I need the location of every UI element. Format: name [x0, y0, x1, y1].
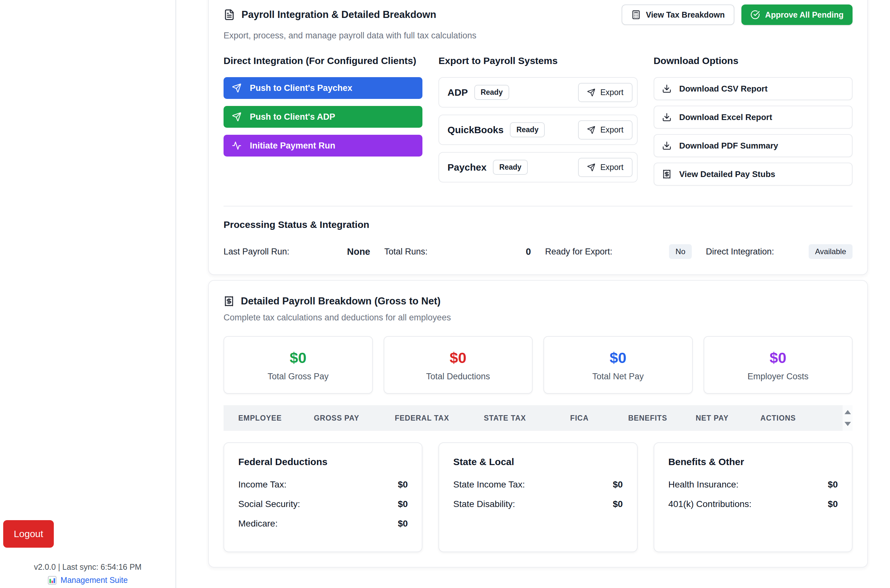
- state-local-card: State & Local State Income Tax: $0 State…: [439, 442, 637, 552]
- employee-table-header: EMPLOYEE GROSS PAY FEDERAL TAX STATE TAX…: [224, 405, 852, 431]
- send-icon: [587, 163, 595, 172]
- logout-button[interactable]: Logout: [3, 520, 54, 548]
- deduction-row: Social Security: $0: [238, 499, 408, 509]
- export-adp-button[interactable]: Export: [578, 83, 632, 102]
- summary-label: Total Net Pay: [544, 372, 692, 381]
- system-name: ADP: [447, 87, 468, 98]
- send-icon: [232, 83, 242, 93]
- breakdown-subtitle: Complete tax calculations and deductions…: [224, 313, 852, 322]
- export-row-paychex: Paychex Ready Export: [439, 152, 637, 183]
- download-csv-button[interactable]: Download CSV Report: [654, 77, 852, 100]
- stat-total-runs: Total Runs: 0: [384, 246, 531, 257]
- approve-all-pending-button[interactable]: Approve All Pending: [741, 4, 852, 25]
- system-name: QuickBooks: [447, 124, 504, 135]
- column-header-fica: FICA: [570, 414, 628, 423]
- column-header-actions: ACTIONS: [760, 414, 828, 423]
- send-icon: [587, 88, 595, 97]
- deduction-row: Medicare: $0: [238, 519, 408, 529]
- column-header-gross-pay: GROSS PAY: [314, 414, 395, 423]
- download-options-column: Download Options Download CSV Report: [654, 56, 852, 191]
- card-title: State & Local: [453, 456, 622, 467]
- direct-integration-heading: Direct Integration (For Configured Clien…: [224, 56, 422, 66]
- scroll-down-icon[interactable]: [845, 422, 851, 426]
- summary-label: Total Gross Pay: [224, 372, 372, 381]
- send-icon: [587, 126, 595, 134]
- summary-card-deductions: $0 Total Deductions: [384, 336, 533, 394]
- download-icon: [662, 141, 672, 150]
- push-adp-button[interactable]: Push to Client's ADP: [224, 106, 422, 128]
- card-title: Benefits & Other: [668, 456, 838, 467]
- column-header-employee: EMPLOYEE: [238, 414, 314, 423]
- column-header-state-tax: STATE TAX: [484, 414, 570, 423]
- breakdown-title: Detailed Payroll Breakdown (Gross to Net…: [241, 296, 440, 307]
- payroll-integration-card: Payroll Integration & Detailed Breakdown…: [208, 0, 868, 275]
- deduction-row: 401(k) Contributions: $0: [668, 499, 838, 509]
- export-paychex-button[interactable]: Export: [578, 158, 632, 177]
- payroll-breakdown-card: Detailed Payroll Breakdown (Gross to Net…: [208, 280, 868, 567]
- export-row-adp: ADP Ready Export: [439, 77, 637, 108]
- stat-ready-for-export: Ready for Export: No: [545, 244, 692, 259]
- deduction-row: Income Tax: $0: [238, 480, 408, 490]
- receipt-icon: [224, 296, 235, 307]
- version-text: v2.0.0 | Last sync: 6:54:16 PM: [0, 562, 176, 572]
- summary-value: $0: [224, 349, 372, 366]
- push-paychex-button[interactable]: Push to Client's Paychex: [224, 77, 422, 99]
- deduction-row: Health Insurance: $0: [668, 480, 838, 490]
- status-badge: Available: [809, 244, 852, 259]
- status-badge: No: [669, 244, 692, 259]
- summary-card-employer-costs: $0 Employer Costs: [704, 336, 853, 394]
- page-subtitle: Export, process, and manage payroll data…: [224, 31, 852, 40]
- summary-value: $0: [384, 349, 532, 366]
- stat-value: None: [347, 246, 371, 257]
- download-pdf-button[interactable]: Download PDF Summary: [654, 134, 852, 157]
- benefits-other-card: Benefits & Other Health Insurance: $0 40…: [654, 442, 852, 552]
- deduction-row: State Disability: $0: [453, 499, 622, 509]
- export-row-quickbooks: QuickBooks Ready Export: [439, 115, 637, 145]
- summary-value: $0: [544, 349, 692, 366]
- ready-badge: Ready: [510, 122, 545, 137]
- stat-direct-integration: Direct Integration: Available: [706, 244, 852, 259]
- deduction-row: State Income Tax: $0: [453, 480, 622, 490]
- receipt-icon: [662, 170, 672, 179]
- initiate-payment-run-button[interactable]: Initiate Payment Run: [224, 135, 422, 156]
- download-icon: [662, 84, 672, 93]
- download-excel-button[interactable]: Download Excel Report: [654, 106, 852, 129]
- send-icon: [232, 112, 242, 122]
- calculator-icon: [631, 10, 641, 20]
- column-header-net-pay: NET PAY: [696, 414, 760, 423]
- export-systems-heading: Export to Payroll Systems: [439, 56, 637, 66]
- file-text-icon: [224, 9, 235, 21]
- download-options-heading: Download Options: [654, 56, 852, 66]
- ready-badge: Ready: [493, 160, 528, 175]
- activity-icon: [232, 141, 242, 150]
- download-icon: [662, 112, 672, 122]
- view-pay-stubs-button[interactable]: View Detailed Pay Stubs: [654, 163, 852, 186]
- federal-deductions-card: Federal Deductions Income Tax: $0 Social…: [224, 442, 422, 552]
- sidebar: Logout v2.0.0 | Last sync: 6:54:16 PM Ma…: [0, 0, 176, 588]
- management-suite-link[interactable]: Management Suite: [60, 576, 128, 585]
- system-name: Paychex: [447, 162, 487, 173]
- card-title: Federal Deductions: [238, 456, 408, 467]
- summary-label: Employer Costs: [704, 372, 852, 381]
- check-circle-icon: [750, 10, 760, 20]
- ready-badge: Ready: [474, 85, 509, 100]
- summary-card-gross-pay: $0 Total Gross Pay: [224, 336, 373, 394]
- processing-status-heading: Processing Status & Integration: [224, 219, 852, 230]
- export-quickbooks-button[interactable]: Export: [578, 120, 632, 140]
- table-scrollbar[interactable]: [843, 405, 852, 431]
- scroll-up-icon[interactable]: [845, 410, 851, 414]
- column-header-benefits: BENEFITS: [628, 414, 696, 423]
- summary-value: $0: [704, 349, 852, 366]
- stat-last-payroll-run: Last Payroll Run: None: [224, 246, 370, 257]
- summary-label: Total Deductions: [384, 372, 532, 381]
- summary-card-net-pay: $0 Total Net Pay: [543, 336, 693, 394]
- main-content: Payroll Integration & Detailed Breakdown…: [208, 0, 868, 567]
- stat-value: 0: [526, 246, 531, 257]
- export-systems-column: Export to Payroll Systems ADP Ready: [439, 56, 637, 191]
- view-tax-breakdown-button[interactable]: View Tax Breakdown: [622, 4, 734, 25]
- page-title: Payroll Integration & Detailed Breakdown: [242, 9, 436, 21]
- direct-integration-column: Direct Integration (For Configured Clien…: [224, 56, 422, 191]
- sidebar-footer: v2.0.0 | Last sync: 6:54:16 PM Managemen…: [0, 562, 176, 585]
- processing-status-section: Processing Status & Integration Last Pay…: [224, 206, 852, 259]
- column-header-federal-tax: FEDERAL TAX: [395, 414, 484, 423]
